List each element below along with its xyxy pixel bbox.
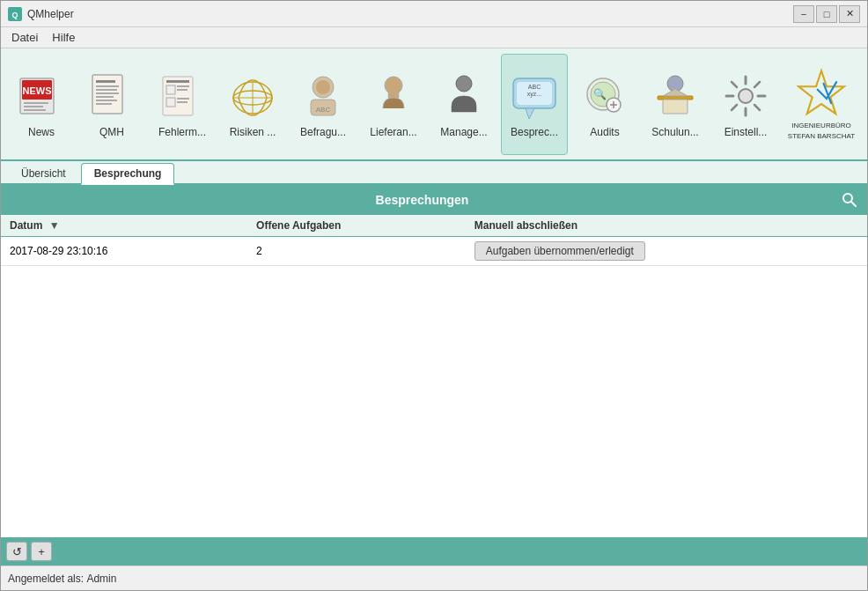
logo-text-line2: STEFAN BARSCHAT — [788, 132, 855, 141]
einstell-icon — [719, 70, 772, 122]
toolbar-risiken-label: Risiken ... — [230, 126, 276, 138]
logo-star-icon — [795, 67, 848, 120]
svg-rect-13 — [96, 92, 119, 94]
svg-rect-34 — [388, 91, 399, 98]
sort-arrow-datum: ▼ — [49, 219, 60, 232]
svg-line-56 — [754, 105, 760, 110]
svg-rect-15 — [96, 100, 117, 101]
svg-line-62 — [851, 202, 856, 206]
svg-rect-12 — [96, 89, 117, 91]
section-header: Besprechungen — [1, 185, 867, 215]
maximize-button[interactable]: □ — [816, 5, 837, 23]
svg-rect-16 — [96, 103, 112, 105]
svg-rect-48 — [658, 96, 693, 100]
toolbar-schulun-label: Schulun... — [651, 126, 698, 138]
menu-bar: Datei Hilfe — [1, 27, 867, 48]
svg-rect-11 — [96, 85, 119, 87]
menu-datei[interactable]: Datei — [4, 29, 45, 46]
schulun-icon — [649, 70, 702, 122]
close-button[interactable]: ✕ — [839, 5, 860, 23]
status-user: Admin — [86, 573, 116, 585]
toolbar-einstell[interactable]: Einstell... — [712, 54, 779, 155]
status-label: Angemeldet als: — [8, 573, 84, 585]
svg-text:NEWS: NEWS — [23, 85, 52, 96]
svg-line-58 — [732, 105, 737, 110]
svg-rect-6 — [24, 106, 43, 107]
besprechungen-table: Datum ▼ Offene Aufgaben Manuell abschlie… — [1, 215, 867, 266]
svg-point-35 — [456, 76, 472, 92]
tab-besprechung[interactable]: Besprechung — [81, 163, 175, 185]
risiken-icon — [226, 70, 279, 122]
news-icon: NEWS — [15, 70, 68, 122]
cell-action: Aufgaben übernommen/erledigt — [466, 237, 867, 266]
col-manuell-abschliessen: Manuell abschließen — [466, 215, 867, 237]
app-icon: Q — [8, 7, 22, 21]
svg-rect-21 — [177, 89, 188, 91]
minimize-button[interactable]: − — [793, 5, 814, 23]
menu-hilfe[interactable]: Hilfe — [45, 29, 82, 46]
toolbar-befragu[interactable]: ABC Befragu... — [290, 54, 357, 155]
table-row: 2017-08-29 23:10:16 2 Aufgaben übernomme… — [1, 237, 867, 266]
toolbar-news[interactable]: NEWS News — [8, 54, 75, 155]
toolbar-fehlerm[interactable]: Fehlerm... — [149, 54, 216, 155]
tab-uebersicht[interactable]: Übersicht — [8, 163, 79, 183]
qmh-icon — [85, 70, 138, 122]
toolbar-schulun[interactable]: Schulun... — [642, 54, 709, 155]
svg-text:ABC: ABC — [316, 106, 331, 114]
svg-rect-22 — [166, 98, 175, 107]
svg-text:🔍: 🔍 — [593, 87, 607, 100]
cell-datum: 2017-08-29 23:10:16 — [1, 237, 247, 266]
col-offene-aufgaben: Offene Aufgaben — [247, 215, 466, 237]
toolbar-manage[interactable]: Manage... — [430, 54, 497, 155]
action-aufgaben-button[interactable]: Aufgaben übernommen/erledigt — [474, 241, 645, 261]
toolbar-lieferan[interactable]: Lieferan... — [360, 54, 427, 155]
svg-text:xyz...: xyz... — [527, 91, 541, 98]
toolbar-einstell-label: Einstell... — [725, 126, 768, 138]
toolbar-fehlerm-label: Fehlerm... — [158, 126, 206, 138]
svg-rect-10 — [96, 80, 115, 83]
toolbar-qmh[interactable]: QMH — [78, 54, 145, 155]
svg-line-57 — [754, 82, 760, 87]
section-title: Besprechungen — [5, 193, 839, 207]
svg-rect-49 — [663, 100, 688, 114]
toolbar-befragu-label: Befragu... — [300, 126, 346, 138]
toolbar-besprec-label: Besprec... — [511, 126, 558, 138]
svg-rect-7 — [24, 109, 46, 111]
main-content: Besprechungen Datum ▼ Offene Aufgaben — [1, 185, 867, 537]
table-container: Datum ▼ Offene Aufgaben Manuell abschlie… — [1, 215, 867, 537]
add-button[interactable]: + — [31, 542, 52, 561]
svg-rect-20 — [177, 85, 189, 87]
svg-point-59 — [739, 89, 753, 103]
toolbar: NEWS News QMH — [1, 48, 867, 161]
cell-offene-aufgaben: 2 — [247, 237, 466, 266]
title-bar: Q QMhelper − □ ✕ — [1, 1, 867, 27]
svg-rect-23 — [177, 98, 189, 100]
fehlerm-icon — [156, 70, 209, 122]
toolbar-audits[interactable]: 🔍 Audits — [571, 54, 638, 155]
toolbar-lieferan-label: Lieferan... — [370, 126, 416, 138]
col-datum[interactable]: Datum ▼ — [1, 215, 247, 237]
svg-rect-24 — [177, 101, 188, 103]
search-button[interactable] — [839, 189, 860, 211]
svg-marker-50 — [663, 89, 688, 96]
toolbar-risiken[interactable]: Risiken ... — [219, 54, 286, 155]
toolbar-besprec[interactable]: ABC xyz... Besprec... — [501, 54, 568, 155]
besprec-icon: ABC xyz... — [508, 70, 561, 122]
manage-icon — [438, 70, 490, 122]
svg-text:ABC: ABC — [528, 84, 541, 90]
logo-text-line1: INGENIEURBÜRO — [791, 122, 851, 130]
svg-rect-19 — [166, 85, 175, 94]
toolbar-qmh-label: QMH — [99, 126, 124, 138]
bottom-toolbar: ↺ + — [1, 537, 867, 565]
befragu-icon: ABC — [297, 70, 349, 122]
status-bar: Angemeldet als: Admin — [1, 565, 867, 590]
refresh-button[interactable]: ↺ — [6, 542, 27, 561]
lieferan-icon — [367, 70, 420, 122]
toolbar-manage-label: Manage... — [440, 126, 487, 138]
toolbar-news-label: News — [28, 126, 55, 138]
window-title: QMhelper — [27, 8, 74, 20]
svg-marker-40 — [526, 108, 534, 119]
svg-rect-18 — [166, 80, 189, 83]
svg-text:Q: Q — [11, 11, 18, 19]
svg-point-30 — [316, 80, 330, 94]
